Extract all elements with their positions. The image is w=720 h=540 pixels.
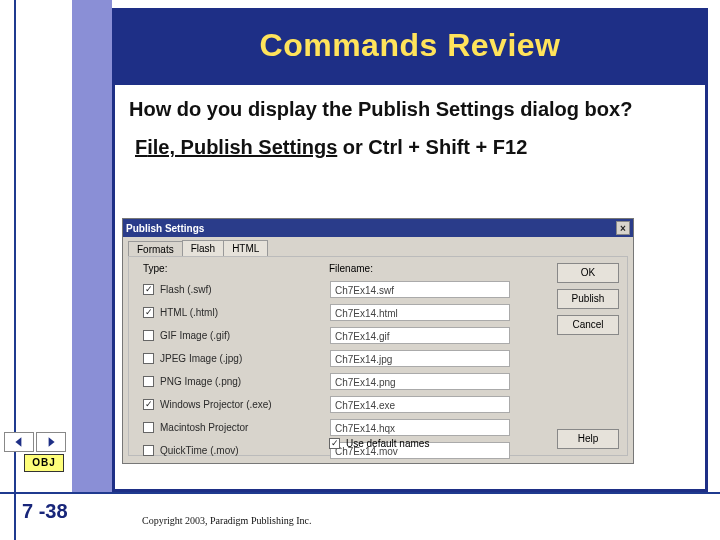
next-slide-button[interactable] [36,432,66,452]
table-row: ✓ HTML (.html) Ch7Ex14.html [143,302,510,322]
table-row: ✓ Flash (.swf) Ch7Ex14.swf [143,279,510,299]
close-icon[interactable]: × [616,221,630,235]
answer-or-shortcut: or Ctrl + Shift + F12 [337,136,527,158]
type-label: Windows Projector (.exe) [160,399,330,410]
checkbox-png[interactable] [143,376,154,387]
checkbox-winexe[interactable]: ✓ [143,399,154,410]
help-button[interactable]: Help [557,429,619,449]
side-stripe [72,0,112,492]
type-label: PNG Image (.png) [160,376,330,387]
filename-input[interactable]: Ch7Ex14.jpg [330,350,510,367]
nav-arrows [4,432,66,452]
checkbox-jpeg[interactable] [143,353,154,364]
table-row: JPEG Image (.jpg) Ch7Ex14.jpg [143,348,510,368]
table-row: QuickTime (.mov) Ch7Ex14.mov [143,440,510,460]
chevron-right-icon [45,436,57,448]
ok-button[interactable]: OK [557,263,619,283]
filename-input[interactable]: Ch7Ex14.swf [330,281,510,298]
question-text: How do you display the Publish Settings … [129,97,691,122]
checkbox-mac[interactable] [143,422,154,433]
checkbox-gif[interactable] [143,330,154,341]
use-default-label: Use default names [346,438,429,449]
tab-formats[interactable]: Formats [128,241,183,257]
title-bar: Commands Review [112,8,708,82]
frame-bottom [0,492,720,540]
objectives-button[interactable]: OBJ [24,454,64,472]
answer-hotkey-f: F [135,136,147,158]
type-rows: ✓ Flash (.swf) Ch7Ex14.swf ✓ HTML (.html… [143,279,510,463]
type-label: JPEG Image (.jpg) [160,353,330,364]
type-label: GIF Image (.gif) [160,330,330,341]
svg-marker-0 [15,437,21,447]
answer-text: File, Publish Settings or Ctrl + Shift +… [135,136,691,159]
prev-slide-button[interactable] [4,432,34,452]
type-label: QuickTime (.mov) [160,445,330,456]
svg-marker-1 [49,437,55,447]
answer-file-publish: ile, Publish Settings [147,136,337,158]
checkbox-use-default[interactable]: ✓ [329,438,340,449]
chevron-left-icon [13,436,25,448]
cancel-button[interactable]: Cancel [557,315,619,335]
publish-button[interactable]: Publish [557,289,619,309]
dialog-title-text: Publish Settings [126,223,204,234]
dialog-tabs: Formats Flash HTML [128,240,633,256]
dialog-button-column: OK Publish Cancel [557,263,619,335]
publish-settings-dialog: Publish Settings × Formats Flash HTML Ty… [122,218,634,464]
table-row: ✓ Windows Projector (.exe) Ch7Ex14.exe [143,394,510,414]
slide-title: Commands Review [260,27,561,64]
copyright-text: Copyright 2003, Paradigm Publishing Inc. [142,515,311,526]
tab-flash[interactable]: Flash [182,240,224,256]
table-row: GIF Image (.gif) Ch7Ex14.gif [143,325,510,345]
slide-number: 7 -38 [22,500,68,523]
dialog-body: Type: Filename: OK Publish Cancel ✓ Flas… [128,256,628,456]
filename-input[interactable]: Ch7Ex14.gif [330,327,510,344]
checkbox-quicktime[interactable] [143,445,154,456]
table-row: Macintosh Projector Ch7Ex14.hqx [143,417,510,437]
filename-input[interactable]: Ch7Ex14.png [330,373,510,390]
tab-html[interactable]: HTML [223,240,268,256]
checkbox-html[interactable]: ✓ [143,307,154,318]
filename-input[interactable]: Ch7Ex14.hqx [330,419,510,436]
type-label: HTML (.html) [160,307,330,318]
table-row: PNG Image (.png) Ch7Ex14.png [143,371,510,391]
checkbox-flash[interactable]: ✓ [143,284,154,295]
column-header-type: Type: [143,263,167,274]
type-label: Flash (.swf) [160,284,330,295]
dialog-titlebar: Publish Settings × [123,219,633,237]
frame-left [0,0,16,540]
column-header-filename: Filename: [329,263,373,274]
type-label: Macintosh Projector [160,422,330,433]
use-default-names-row: ✓ Use default names [329,438,429,449]
filename-input[interactable]: Ch7Ex14.exe [330,396,510,413]
filename-input[interactable]: Ch7Ex14.html [330,304,510,321]
